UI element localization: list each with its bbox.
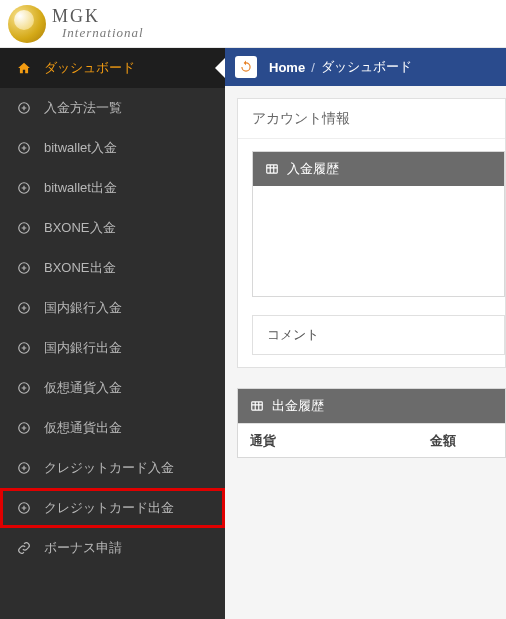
svg-rect-12 bbox=[252, 402, 263, 410]
table-header-row: 通貨 金額 bbox=[238, 423, 505, 457]
sidebar-item-label: 国内銀行出金 bbox=[44, 339, 122, 357]
card-title: 出金履歴 bbox=[272, 397, 324, 415]
svg-rect-11 bbox=[267, 165, 278, 173]
app-header: MGK International bbox=[0, 0, 506, 48]
sidebar-item-dashboard[interactable]: ダッシュボード bbox=[0, 48, 225, 88]
sidebar-item-label: 入金方法一覧 bbox=[44, 99, 122, 117]
plus-circle-icon bbox=[14, 341, 34, 355]
sidebar-item-label: bitwallet出金 bbox=[44, 179, 117, 197]
plus-circle-icon bbox=[14, 181, 34, 195]
comment-label-text: コメント bbox=[267, 327, 319, 342]
sidebar-item-creditcard-deposit[interactable]: クレジットカード入金 bbox=[0, 448, 225, 488]
breadcrumb-separator: / bbox=[311, 60, 315, 75]
brand-name: MGK bbox=[52, 7, 144, 26]
sidebar-item-label: BXONE出金 bbox=[44, 259, 116, 277]
sidebar-item-label: 仮想通貨出金 bbox=[44, 419, 122, 437]
table-column-amount: 金額 bbox=[418, 432, 505, 450]
refresh-icon bbox=[239, 60, 253, 74]
sidebar-item-crypto-deposit[interactable]: 仮想通貨入金 bbox=[0, 368, 225, 408]
plus-circle-icon bbox=[14, 101, 34, 115]
sidebar-item-bitwallet-withdraw[interactable]: bitwallet出金 bbox=[0, 168, 225, 208]
sidebar-item-bonus-request[interactable]: ボーナス申請 bbox=[0, 528, 225, 568]
brand-logo bbox=[8, 5, 46, 43]
plus-circle-icon bbox=[14, 421, 34, 435]
breadcrumb-current: ダッシュボード bbox=[321, 58, 412, 76]
sidebar-item-bxone-deposit[interactable]: BXONE入金 bbox=[0, 208, 225, 248]
sidebar-item-bxone-withdraw[interactable]: BXONE出金 bbox=[0, 248, 225, 288]
sidebar-item-label: 仮想通貨入金 bbox=[44, 379, 122, 397]
refresh-button[interactable] bbox=[235, 56, 257, 78]
sidebar-item-deposit-list[interactable]: 入金方法一覧 bbox=[0, 88, 225, 128]
table-icon bbox=[265, 162, 279, 176]
plus-circle-icon bbox=[14, 261, 34, 275]
sidebar-item-label: BXONE入金 bbox=[44, 219, 116, 237]
card-title: 入金履歴 bbox=[287, 160, 339, 178]
plus-circle-icon bbox=[14, 141, 34, 155]
plus-circle-icon bbox=[14, 381, 34, 395]
deposit-history-body bbox=[253, 186, 504, 296]
plus-circle-icon bbox=[14, 301, 34, 315]
breadcrumb: Home / ダッシュボード bbox=[225, 48, 506, 86]
sidebar-item-creditcard-withdraw[interactable]: クレジットカード出金 bbox=[0, 488, 225, 528]
table-icon bbox=[250, 399, 264, 413]
plus-circle-icon bbox=[14, 501, 34, 515]
deposit-history-card: 入金履歴 bbox=[252, 151, 505, 297]
sidebar-item-label: ボーナス申請 bbox=[44, 539, 122, 557]
withdraw-history-card: 出金履歴 通貨 金額 bbox=[237, 388, 506, 458]
panel-title: アカウント情報 bbox=[238, 99, 505, 139]
table-column-currency: 通貨 bbox=[238, 432, 418, 450]
sidebar-item-crypto-withdraw[interactable]: 仮想通貨出金 bbox=[0, 408, 225, 448]
comment-section: コメント bbox=[252, 315, 505, 355]
sidebar-item-label: 国内銀行入金 bbox=[44, 299, 122, 317]
plus-circle-icon bbox=[14, 461, 34, 475]
sidebar-item-label: クレジットカード出金 bbox=[44, 499, 174, 517]
brand-subtitle: International bbox=[62, 26, 144, 40]
sidebar-item-label: クレジットカード入金 bbox=[44, 459, 174, 477]
main-content: Home / ダッシュボード アカウント情報 入金履歴 bbox=[225, 48, 506, 619]
sidebar-item-label: bitwallet入金 bbox=[44, 139, 117, 157]
sidebar: ダッシュボード 入金方法一覧 bitwallet入金 bitwallet出金 B bbox=[0, 48, 225, 619]
home-icon bbox=[14, 61, 34, 75]
sidebar-item-bitwallet-deposit[interactable]: bitwallet入金 bbox=[0, 128, 225, 168]
account-info-panel: アカウント情報 入金履歴 コメント bbox=[237, 98, 506, 368]
sidebar-item-label: ダッシュボード bbox=[44, 59, 135, 77]
card-title-bar: 入金履歴 bbox=[253, 152, 504, 186]
card-title-bar: 出金履歴 bbox=[238, 389, 505, 423]
link-icon bbox=[14, 541, 34, 555]
sidebar-item-domestic-bank-withdraw[interactable]: 国内銀行出金 bbox=[0, 328, 225, 368]
sidebar-item-domestic-bank-deposit[interactable]: 国内銀行入金 bbox=[0, 288, 225, 328]
plus-circle-icon bbox=[14, 221, 34, 235]
brand-text: MGK International bbox=[52, 7, 144, 40]
breadcrumb-home[interactable]: Home bbox=[269, 60, 305, 75]
